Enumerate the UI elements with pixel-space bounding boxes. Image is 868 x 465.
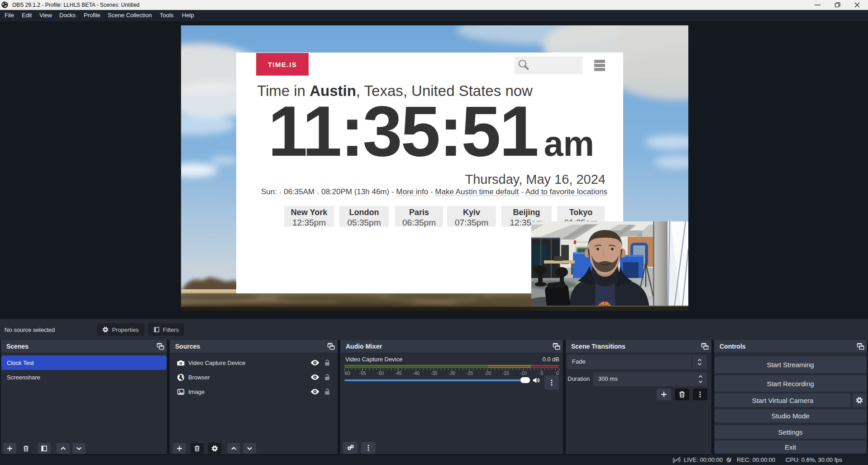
svg-text:-15: -15 — [502, 371, 509, 376]
svg-text:-45: -45 — [395, 371, 401, 376]
svg-text:-25: -25 — [466, 371, 473, 376]
svg-text:-60: -60 — [344, 371, 350, 376]
svg-text:-10: -10 — [520, 371, 527, 376]
svg-text:-55: -55 — [359, 371, 366, 376]
svg-text:-20: -20 — [484, 371, 491, 376]
svg-text:-30: -30 — [448, 371, 455, 376]
svg-text:-40: -40 — [413, 371, 420, 376]
svg-text:-50: -50 — [377, 371, 384, 376]
svg-text:-5: -5 — [539, 371, 543, 376]
svg-text:-35: -35 — [430, 371, 437, 376]
